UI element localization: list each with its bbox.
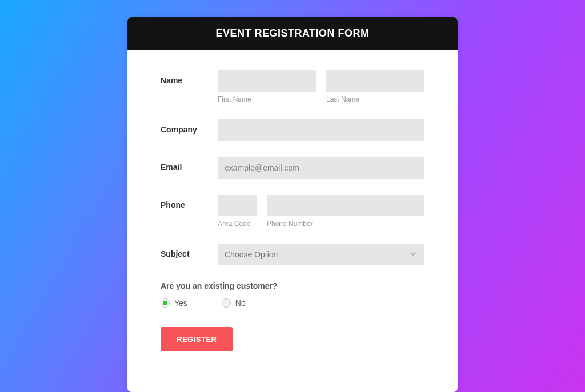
area-code-input[interactable] (218, 195, 257, 216)
fields-company (218, 119, 424, 141)
row-email: Email (161, 157, 424, 179)
row-phone: Phone Area Code Phone Number (161, 195, 424, 228)
field-group-company (218, 119, 424, 141)
label-company: Company (161, 119, 218, 134)
select-wrap-subject: Choose Option (218, 244, 424, 265)
existing-customer-question: Are you an existing customer? (161, 281, 424, 290)
fields-email (218, 157, 424, 179)
fields-phone: Area Code Phone Number (218, 195, 424, 228)
phone-number-input[interactable] (267, 195, 424, 216)
label-phone: Phone (161, 195, 218, 209)
field-group-phone-number: Phone Number (267, 195, 424, 228)
fields-subject: Choose Option (218, 244, 424, 265)
radio-icon (222, 298, 231, 308)
sublabel-first-name: First Name (218, 95, 316, 103)
card-header-title: EVENT REGISTRATION FORM (127, 17, 458, 50)
existing-customer-radios: Yes No (161, 298, 424, 308)
first-name-input[interactable] (218, 70, 316, 92)
row-subject: Subject Choose Option (161, 244, 424, 265)
field-group-first-name: First Name (218, 70, 316, 103)
sublabel-last-name: Last Name (326, 95, 424, 103)
row-name: Name First Name Last Name (161, 70, 424, 103)
fields-name: First Name Last Name (218, 70, 424, 103)
card-body: Name First Name Last Name Company (127, 50, 458, 369)
field-group-email (218, 157, 424, 179)
last-name-input[interactable] (326, 70, 424, 92)
radio-label-no: No (235, 298, 246, 308)
label-subject: Subject (161, 244, 218, 258)
field-group-last-name: Last Name (326, 70, 424, 103)
company-input[interactable] (218, 119, 424, 141)
email-input[interactable] (218, 157, 424, 179)
register-button[interactable]: REGISTER (161, 327, 233, 351)
sublabel-area-code: Area Code (218, 220, 257, 228)
field-group-area-code: Area Code (218, 195, 257, 228)
sublabel-phone-number: Phone Number (267, 220, 424, 228)
radio-option-yes[interactable]: Yes (161, 298, 187, 308)
radio-option-no[interactable]: No (222, 298, 246, 308)
radio-icon (161, 298, 170, 308)
radio-label-yes: Yes (174, 298, 187, 308)
subject-select[interactable]: Choose Option (218, 244, 424, 265)
label-email: Email (161, 157, 218, 172)
registration-card: EVENT REGISTRATION FORM Name First Name … (127, 17, 458, 392)
row-company: Company (161, 119, 424, 141)
label-name: Name (161, 70, 218, 85)
